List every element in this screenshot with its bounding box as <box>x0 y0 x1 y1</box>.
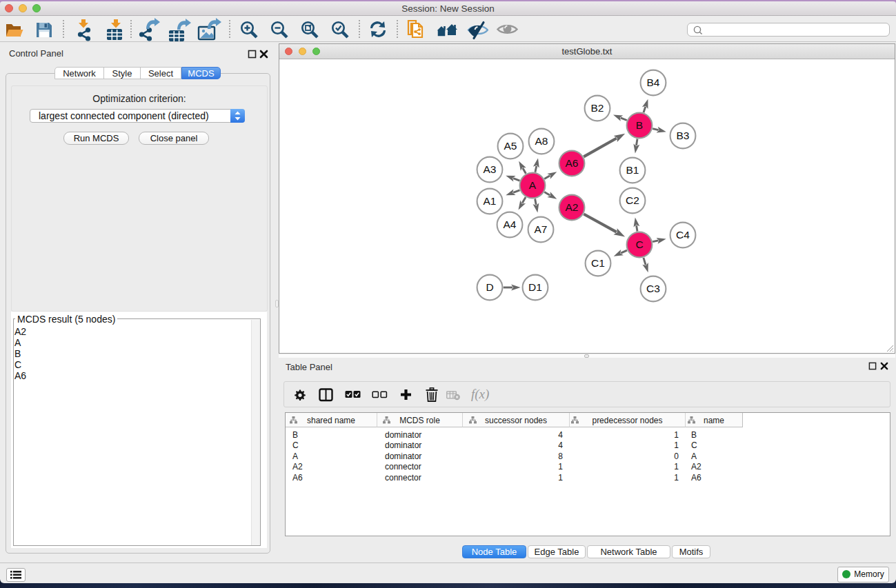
svg-text:C2: C2 <box>626 194 639 206</box>
svg-text:D: D <box>486 281 493 293</box>
svg-text:A4: A4 <box>504 219 517 230</box>
svg-text:D1: D1 <box>528 281 542 293</box>
svg-text:A7: A7 <box>535 223 548 235</box>
svg-text:B4: B4 <box>647 77 660 88</box>
svg-text:C: C <box>635 239 643 250</box>
svg-text:A6: A6 <box>566 157 579 169</box>
svg-text:B1: B1 <box>626 164 639 176</box>
svg-text:A8: A8 <box>535 135 548 147</box>
svg-text:A2: A2 <box>566 201 579 213</box>
svg-text:A3: A3 <box>484 163 497 175</box>
svg-text:C4: C4 <box>676 229 690 241</box>
svg-text:A5: A5 <box>504 140 517 152</box>
svg-text:A1: A1 <box>484 195 497 207</box>
svg-text:C3: C3 <box>646 283 660 294</box>
svg-text:B: B <box>636 119 643 131</box>
svg-text:A: A <box>529 179 537 191</box>
svg-text:C1: C1 <box>591 257 605 269</box>
svg-text:B2: B2 <box>591 102 604 114</box>
svg-text:B3: B3 <box>677 130 690 141</box>
